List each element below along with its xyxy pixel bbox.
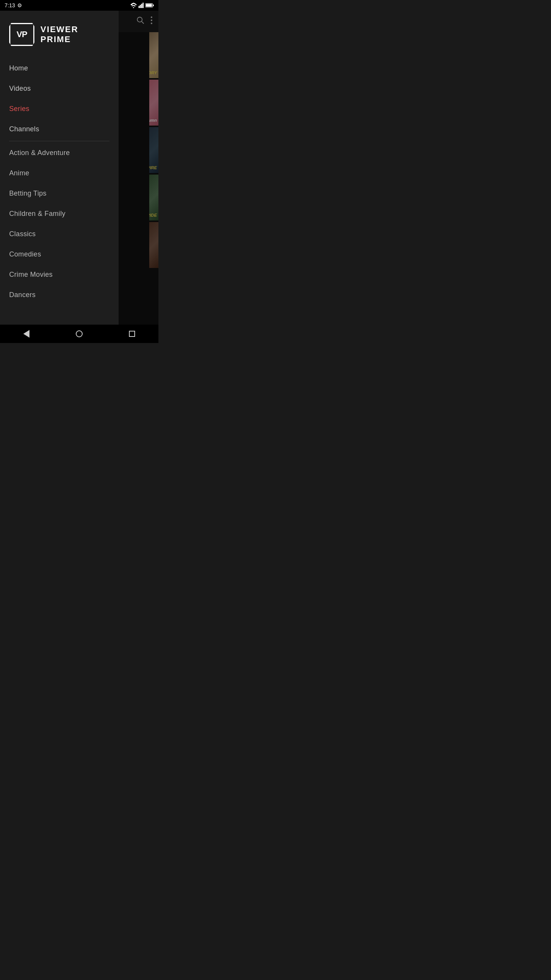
nav-drawer: VP VIEWER PRIME Home Videos Series Chann…	[0, 11, 119, 325]
nav-item-classics[interactable]: Classics	[0, 224, 119, 244]
nav-item-betting-tips[interactable]: Betting Tips	[0, 183, 119, 204]
wifi-icon	[130, 3, 137, 8]
back-icon	[23, 330, 29, 338]
thumbnail-2[interactable]: Autumn	[149, 80, 158, 126]
status-bar: 7:13 ⚙	[0, 0, 158, 11]
svg-point-11	[151, 20, 152, 21]
bottom-nav	[0, 325, 158, 343]
main-wrapper: RIES STORY Autumn	[0, 11, 158, 325]
thumb-label-3: EMPIRE	[149, 165, 157, 170]
home-button[interactable]	[72, 326, 87, 341]
status-right	[130, 3, 154, 8]
more-options-icon[interactable]	[151, 16, 152, 26]
thumbnail-1[interactable]: STORY	[149, 32, 158, 78]
status-left: 7:13 ⚙	[5, 2, 22, 8]
thumb-label-2: Autumn	[149, 118, 157, 122]
back-button[interactable]	[19, 326, 34, 341]
status-time: 7:13	[5, 2, 15, 8]
svg-rect-2	[140, 5, 141, 8]
thumb-label-4: E BRIDE	[149, 208, 157, 217]
logo-vp-text: VP	[16, 29, 27, 39]
nav-item-home[interactable]: Home	[0, 58, 119, 78]
thumb-label-1: STORY	[149, 70, 157, 75]
nav-item-children-family[interactable]: Children & Family	[0, 204, 119, 224]
svg-rect-3	[141, 4, 142, 8]
app-name: VIEWER PRIME	[41, 24, 109, 44]
nav-item-series[interactable]: Series	[0, 99, 119, 119]
thumbnail-5[interactable]	[149, 222, 158, 268]
svg-point-12	[151, 23, 152, 24]
nav-item-channels[interactable]: Channels	[0, 119, 119, 139]
logo-area: VP VIEWER PRIME	[0, 11, 119, 55]
recents-button[interactable]	[124, 326, 140, 341]
search-icon[interactable]	[136, 16, 145, 27]
thumbnail-3[interactable]: EMPIRE	[149, 127, 158, 173]
nav-item-comedies[interactable]: Comedies	[0, 244, 119, 265]
home-icon	[76, 330, 83, 337]
signal-icon	[139, 3, 144, 8]
svg-point-0	[133, 7, 134, 8]
svg-rect-4	[143, 3, 144, 8]
nav-list: Home Videos Series Channels Action & Adv…	[0, 55, 119, 325]
thumbnails-area: STORY Autumn EMPIRE E BRIDE	[149, 32, 158, 325]
nav-item-action-adventure[interactable]: Action & Adventure	[0, 143, 119, 163]
logo-badge: VP	[9, 23, 34, 46]
svg-point-10	[151, 16, 152, 18]
nav-divider	[9, 141, 109, 141]
nav-item-crime-movies[interactable]: Crime Movies	[0, 265, 119, 285]
battery-icon	[145, 3, 154, 8]
nav-item-videos[interactable]: Videos	[0, 78, 119, 99]
nav-item-anime[interactable]: Anime	[0, 163, 119, 183]
nav-item-dancers[interactable]: Dancers	[0, 285, 119, 305]
recents-icon	[129, 331, 135, 337]
svg-line-9	[142, 21, 143, 23]
thumbnail-4[interactable]: E BRIDE	[149, 175, 158, 220]
settings-icon: ⚙	[17, 2, 22, 8]
svg-rect-1	[139, 6, 140, 8]
svg-rect-7	[153, 5, 154, 7]
svg-rect-6	[146, 4, 152, 7]
